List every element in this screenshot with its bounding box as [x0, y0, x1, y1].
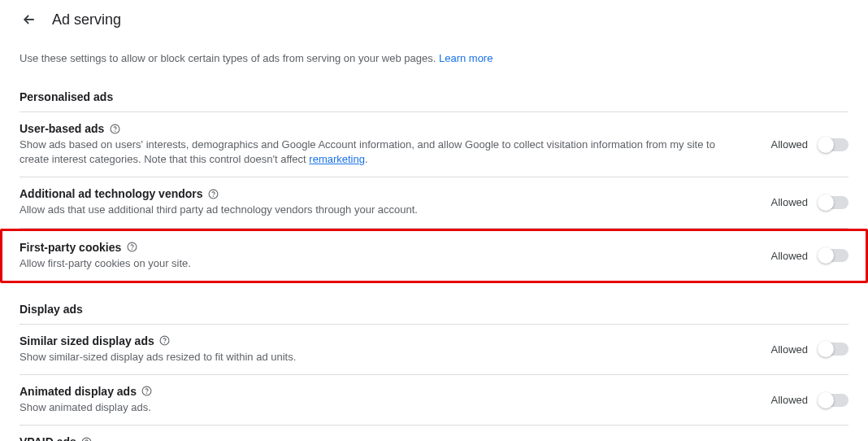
- section-title-personalised: Personalised ads: [0, 71, 868, 111]
- svg-point-5: [132, 249, 132, 250]
- toggle-first-party-cookies[interactable]: [819, 249, 848, 262]
- help-icon[interactable]: [208, 188, 219, 199]
- help-icon[interactable]: [126, 242, 137, 253]
- status-label: Allowed: [770, 394, 808, 406]
- toggle-similar-sized[interactable]: [819, 343, 848, 356]
- setting-row-ad-tech-vendors: Additional ad technology vendors Allow a…: [20, 177, 848, 228]
- back-arrow-button[interactable]: [20, 10, 39, 29]
- svg-point-3: [213, 196, 214, 197]
- page-title: Ad serving: [52, 11, 121, 28]
- setting-row-similar-sized: Similar sized display ads Show similar-s…: [20, 325, 848, 375]
- help-icon[interactable]: [109, 123, 120, 134]
- setting-description: Allow first-party cookies on your site.: [20, 256, 738, 271]
- status-label: Allowed: [770, 138, 808, 151]
- arrow-left-icon: [21, 11, 37, 28]
- setting-title: User-based ads: [20, 122, 104, 135]
- setting-description: Show animated display ads.: [20, 400, 738, 415]
- toggle-animated[interactable]: [819, 394, 848, 407]
- svg-point-9: [147, 393, 148, 394]
- status-label: Allowed: [770, 343, 808, 356]
- setting-title: Additional ad technology vendors: [20, 187, 203, 200]
- section-title-display: Display ads: [0, 283, 868, 324]
- status-label: Allowed: [770, 196, 808, 208]
- help-icon[interactable]: [159, 335, 171, 347]
- toggle-ad-tech-vendors[interactable]: [819, 196, 848, 209]
- help-icon[interactable]: [81, 436, 93, 441]
- setting-title: Similar sized display ads: [20, 334, 154, 347]
- setting-title: VPAID ads: [20, 435, 76, 441]
- svg-point-1: [115, 130, 115, 131]
- setting-row-vpaid: VPAID ads Show VPAID video ads. Allowed: [20, 426, 848, 441]
- learn-more-link[interactable]: Learn more: [439, 52, 493, 64]
- page-description: Use these settings to allow or block cer…: [0, 36, 868, 71]
- setting-title: First-party cookies: [20, 241, 121, 254]
- setting-description: Show ads based on users' interests, demo…: [20, 138, 738, 167]
- setting-title: Animated display ads: [20, 385, 137, 398]
- help-icon[interactable]: [141, 386, 153, 397]
- setting-description: Allow ads that use additional third part…: [20, 203, 738, 217]
- svg-point-10: [82, 438, 91, 441]
- toggle-user-based-ads[interactable]: [819, 138, 848, 151]
- setting-row-first-party-cookies: First-party cookies Allow first-party co…: [0, 229, 868, 283]
- setting-row-animated: Animated display ads Show animated displ…: [20, 375, 848, 426]
- remarketing-link[interactable]: remarketing: [309, 153, 365, 165]
- svg-point-7: [164, 343, 165, 343]
- description-text: Use these settings to allow or block cer…: [20, 52, 439, 64]
- status-label: Allowed: [770, 250, 808, 262]
- setting-row-user-based-ads: User-based ads Show ads based on users' …: [20, 112, 848, 177]
- setting-description: Show similar-sized display ads resized t…: [20, 350, 738, 365]
